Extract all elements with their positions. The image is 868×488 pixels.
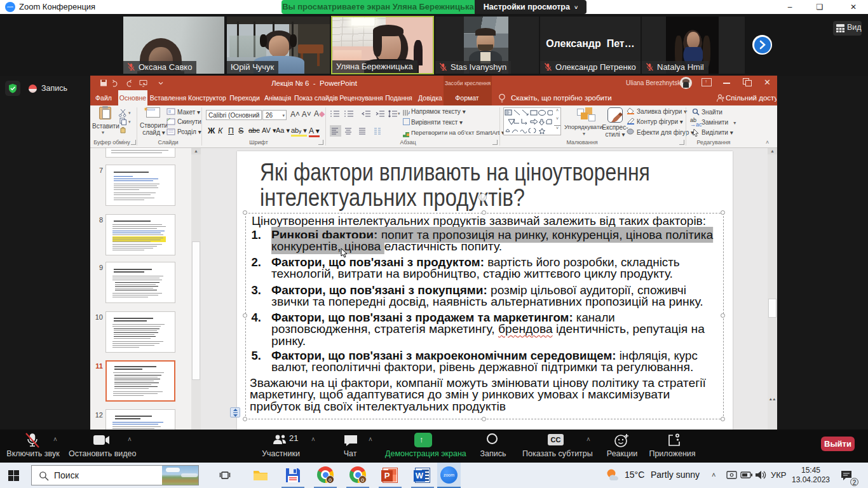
- svg-text:A: A: [408, 110, 410, 116]
